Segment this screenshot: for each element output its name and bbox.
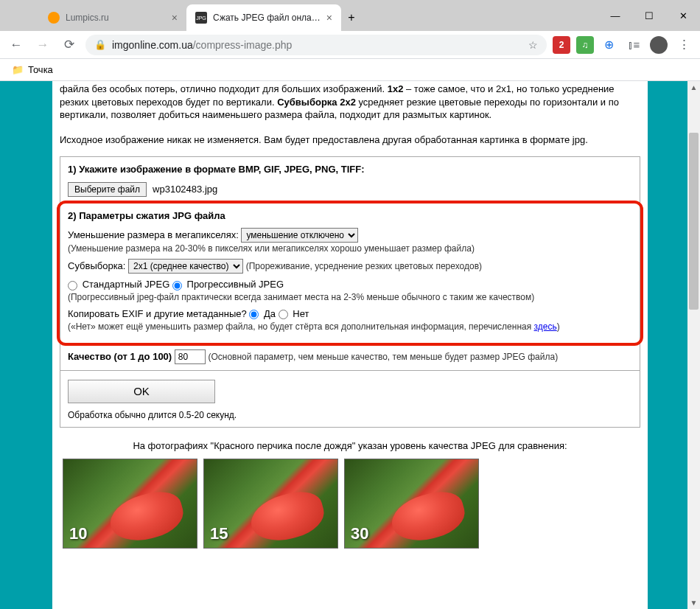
jpeg-hint: (Прогрессивный jpeg-файл практически все…: [68, 291, 632, 303]
jpeg-prog-option[interactable]: Прогрессивный JPEG: [172, 279, 284, 290]
tab-strip: Lumpics.ru × JPG Сжать JPEG файл онлайн …: [39, 4, 362, 31]
favicon-icon: JPG: [195, 12, 207, 24]
scrollbar[interactable]: ▲ ▼: [687, 81, 700, 609]
browser-toolbar: ← → ⟳ 🔒 imgonline.com.ua/compress-image.…: [0, 31, 700, 59]
section-params: 2) Параметры сжатия JPG файла Уменьшение…: [60, 203, 640, 343]
section-file: 1) Укажите изображение в формате BMP, GI…: [60, 157, 640, 203]
file-name: wp3102483.jpg: [153, 183, 217, 196]
sample-thumb: 15: [203, 459, 338, 549]
new-tab-button[interactable]: +: [341, 4, 362, 31]
sub-label: Субвыборка:: [68, 260, 125, 271]
window-titlebar: Lumpics.ru × JPG Сжать JPEG файл онлайн …: [0, 0, 700, 31]
section-submit: OK Обработка обычно длится 0.5-20 секунд…: [60, 370, 640, 427]
jpeg-std-option[interactable]: Стандартный JPEG: [68, 279, 169, 290]
maximize-button[interactable]: ☐: [632, 0, 666, 31]
tab-active[interactable]: JPG Сжать JPEG файл онлайн - IMG ×: [186, 4, 341, 31]
bookmark-item[interactable]: Точка: [28, 64, 53, 75]
tab-inactive[interactable]: Lumpics.ru ×: [39, 4, 186, 31]
minimize-button[interactable]: —: [598, 0, 632, 31]
choose-file-button[interactable]: Выберите файл: [68, 182, 147, 197]
intro-text: файла без особых потерь, отлично подходи…: [60, 81, 640, 128]
sub-hint: (Прореживание, усреднение резких цветовы…: [246, 261, 482, 271]
exif-hint: («Нет» может ещё уменьшить размер файла,…: [68, 321, 632, 333]
playlist-icon[interactable]: ⫿≡: [623, 35, 644, 55]
exif-label: Копировать EXIF и другие метаданные?: [68, 308, 247, 319]
exif-no-option[interactable]: Нет: [279, 308, 309, 319]
section-title: 2) Параметры сжатия JPG файла: [68, 209, 632, 223]
scroll-down-icon[interactable]: ▼: [687, 596, 700, 609]
forward-button[interactable]: →: [32, 35, 53, 55]
mp-hint: (Уменьшение размера на 20-30% в пикселях…: [68, 243, 632, 254]
reload-button[interactable]: ⟳: [59, 35, 80, 55]
mp-select[interactable]: уменьшение отключено: [241, 228, 358, 243]
mp-label: Уменьшение размера в мегапикселях:: [68, 229, 239, 240]
address-bar[interactable]: 🔒 imgonline.com.ua/compress-image.php ☆: [85, 35, 547, 55]
section-quality: Качество (от 1 до 100) (Основной парамет…: [60, 343, 640, 370]
ok-hint: Обработка обычно длится 0.5-20 секунд.: [68, 409, 632, 421]
close-icon[interactable]: ×: [172, 12, 178, 24]
sample-thumb: 10: [63, 459, 197, 549]
folder-icon: 📁: [12, 64, 24, 75]
sample-thumb: 30: [344, 459, 479, 549]
scroll-up-icon[interactable]: ▲: [687, 81, 700, 94]
extension-icon[interactable]: ⊕: [600, 36, 617, 54]
page-content: файла без особых потерь, отлично подходи…: [52, 81, 648, 609]
close-button[interactable]: ✕: [666, 0, 700, 31]
url-host: imgonline.com.ua/compress-image.php: [112, 39, 292, 51]
gallery: 10 15 30: [60, 459, 640, 549]
profile-avatar[interactable]: [650, 36, 668, 54]
quality-input[interactable]: [175, 349, 206, 364]
quality-label: Качество (от 1 до 100): [68, 351, 172, 362]
quality-hint: (Основной параметр, чем меньше качество,…: [208, 352, 558, 362]
menu-button[interactable]: ⋮: [673, 35, 694, 55]
close-icon[interactable]: ×: [326, 12, 332, 24]
section-title: 1) Укажите изображение в формате BMP, GI…: [68, 163, 632, 176]
exif-link[interactable]: здесь: [534, 321, 557, 332]
sub-select[interactable]: 2x1 (среднее качество): [128, 259, 243, 274]
note-text: Исходное изображение никак не изменяется…: [60, 133, 640, 147]
back-button[interactable]: ←: [6, 35, 27, 55]
bookmark-star-icon[interactable]: ☆: [528, 39, 538, 51]
tab-title: Lumpics.ru: [66, 13, 166, 23]
exif-yes-option[interactable]: Да: [249, 308, 276, 319]
extension-icon[interactable]: ♫: [576, 36, 594, 54]
extension-icon[interactable]: 2: [553, 36, 570, 54]
favicon-icon: [48, 12, 60, 24]
form-table: 1) Укажите изображение в формате BMP, GI…: [60, 156, 640, 428]
gallery-caption: На фотографиях "Красного перчика после д…: [60, 439, 640, 453]
window-controls: — ☐ ✕: [598, 0, 700, 31]
page-viewport: файла без особых потерь, отлично подходи…: [0, 81, 700, 609]
ok-button[interactable]: OK: [68, 380, 215, 403]
bookmark-bar: 📁 Точка: [0, 59, 700, 81]
scroll-thumb[interactable]: [689, 133, 699, 310]
tab-title: Сжать JPEG файл онлайн - IMG: [213, 13, 321, 23]
lock-icon: 🔒: [94, 39, 106, 50]
